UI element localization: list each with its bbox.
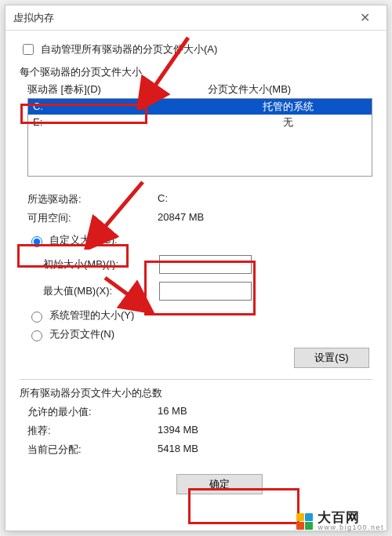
selected-drive-label: 所选驱动器: (27, 192, 158, 206)
dialog-content: 自动管理所有驱动器的分页文件大小(A) 每个驱动器的分页文件大小 驱动器 [卷标… (5, 31, 387, 531)
radio-none-row[interactable]: 无分页文件(N) (27, 327, 372, 341)
cur-row: 当前已分配: 5418 MB (27, 443, 372, 457)
initial-size-label: 初始大小(MB)(I): (27, 257, 159, 272)
rec-row: 推荐: 1394 MB (27, 424, 372, 438)
radio-system[interactable] (31, 312, 42, 323)
max-size-input[interactable] (159, 282, 252, 301)
rec-label: 推荐: (27, 424, 158, 438)
available-space-row: 可用空间: 20847 MB (27, 211, 372, 225)
radio-custom[interactable] (31, 236, 42, 247)
radio-custom-row[interactable]: 自定义大小(C): (27, 233, 372, 247)
ok-button[interactable]: 确定 (176, 474, 263, 494)
initial-size-input[interactable] (159, 255, 252, 274)
auto-manage-checkbox[interactable] (23, 44, 34, 55)
max-size-label: 最大值(MB)(X): (27, 284, 159, 298)
drive-status: 托管的系统 (209, 99, 367, 115)
available-space-value: 20847 MB (158, 211, 372, 225)
radio-none-label: 无分页文件(N) (49, 327, 114, 341)
selected-drive-value: C: (158, 192, 372, 206)
drive-row-c[interactable]: C: 托管的系统 (28, 99, 372, 115)
drive-list[interactable]: C: 托管的系统 E: 无 (27, 98, 372, 177)
header-drive: 驱动器 [卷标](D) (27, 82, 208, 97)
watermark: 大百网 www.big100.net (292, 509, 387, 533)
drive-status: 无 (209, 115, 367, 130)
drive-letter: E: (33, 115, 209, 130)
per-drive-heading: 每个驱动器的分页文件大小 (20, 65, 372, 79)
divider (20, 379, 372, 380)
window-title: 虚拟内存 (13, 11, 54, 25)
radio-none[interactable] (31, 330, 42, 341)
selected-drive-row: 所选驱动器: C: (27, 192, 372, 206)
radio-system-label: 系统管理的大小(Y) (49, 308, 134, 323)
auto-manage-label: 自动管理所有驱动器的分页文件大小(A) (41, 42, 217, 57)
available-space-label: 可用空间: (27, 211, 158, 225)
cur-label: 当前已分配: (27, 443, 158, 457)
virtual-memory-dialog: 虚拟内存 ✕ 自动管理所有驱动器的分页文件大小(A) 每个驱动器的分页文件大小 … (5, 5, 387, 531)
close-icon[interactable]: ✕ (349, 10, 380, 25)
titlebar: 虚拟内存 ✕ (5, 5, 387, 31)
max-size-row: 最大值(MB)(X): (27, 282, 372, 301)
min-value: 16 MB (158, 405, 372, 419)
drive-letter: C: (33, 99, 209, 115)
drive-list-headers: 驱动器 [卷标](D) 分页文件大小(MB) (27, 82, 372, 97)
set-button[interactable]: 设置(S) (294, 348, 369, 368)
cur-value: 5418 MB (158, 443, 372, 457)
min-label: 允许的最小值: (27, 405, 158, 419)
header-size: 分页文件大小(MB) (208, 82, 372, 97)
drive-row-e[interactable]: E: 无 (28, 115, 372, 130)
rec-value: 1394 MB (158, 424, 372, 438)
brand-name: 大百网 (318, 511, 384, 524)
auto-manage-row[interactable]: 自动管理所有驱动器的分页文件大小(A) (20, 42, 372, 57)
brand-logo-icon (296, 512, 313, 530)
min-row: 允许的最小值: 16 MB (27, 405, 372, 419)
radio-custom-label: 自定义大小(C): (49, 233, 118, 247)
brand-url: www.big100.net (318, 524, 384, 531)
initial-size-row: 初始大小(MB)(I): (27, 255, 372, 274)
radio-system-row[interactable]: 系统管理的大小(Y) (27, 308, 372, 323)
totals-heading: 所有驱动器分页文件大小的总数 (20, 386, 372, 400)
